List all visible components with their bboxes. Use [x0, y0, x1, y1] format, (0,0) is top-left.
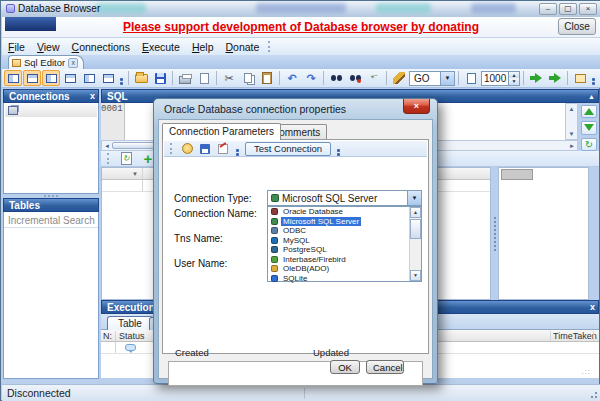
toolbar-overflow[interactable]: [335, 142, 342, 156]
print-button[interactable]: [176, 70, 194, 86]
tab-sql-editor[interactable]: Sql Editor x: [8, 55, 84, 69]
toggle-connections-panel-button[interactable]: [4, 70, 22, 86]
db-type-option[interactable]: Interbase/Firebird: [268, 255, 421, 265]
line-number: 0001: [101, 104, 123, 114]
resize-grip[interactable]: [588, 389, 598, 399]
toolbar-overflow[interactable]: [590, 71, 597, 85]
move-down-button[interactable]: [581, 121, 597, 134]
menu-bar: File View Connections Execute Help Donat…: [2, 38, 600, 55]
cut-button[interactable]: ✂: [220, 70, 238, 86]
tab-connection-parameters[interactable]: Connection Parameters: [162, 123, 281, 140]
divider: [304, 388, 305, 399]
pane-splitter[interactable]: [491, 167, 498, 300]
scroll-down-icon[interactable]: ▼: [410, 270, 421, 281]
execute-button[interactable]: [527, 70, 545, 86]
column-divider: [115, 342, 116, 353]
tab-table[interactable]: Table: [107, 316, 153, 330]
collapse-up-icon[interactable]: ▲: [588, 91, 595, 102]
layout-button-2[interactable]: [80, 70, 98, 86]
scroll-left-icon[interactable]: ◄: [102, 143, 110, 149]
go-combobox[interactable]: GO ▼: [409, 71, 455, 86]
dialog-close-button[interactable]: ×: [403, 99, 430, 114]
add-connection-icon[interactable]: [180, 142, 194, 155]
menu-item[interactable]: Execute: [136, 40, 186, 54]
toggle-log-panel-button[interactable]: [42, 70, 60, 86]
column-timetaken[interactable]: TimeTaken: [553, 331, 597, 341]
layout-button-1[interactable]: [61, 70, 79, 86]
minimize-button[interactable]: –: [539, 3, 557, 15]
db-type-option[interactable]: MySQL: [268, 236, 421, 246]
filter-arrow-icon[interactable]: ▼: [132, 171, 138, 177]
db-type-option[interactable]: PostgreSQL: [268, 245, 421, 255]
created-column[interactable]: Created: [175, 347, 209, 358]
donation-link[interactable]: Please support development of Database b…: [2, 20, 600, 34]
scroll-right-icon[interactable]: ►: [569, 143, 577, 149]
db-type-option[interactable]: Oracle Database: [268, 207, 421, 217]
row-limit-spinner[interactable]: 1000 ▲▼: [481, 71, 520, 86]
row-limit-value[interactable]: 1000: [482, 72, 508, 85]
separator: [172, 71, 173, 85]
menu-item[interactable]: View: [31, 40, 66, 54]
menu-item[interactable]: Donate: [219, 40, 265, 54]
close-icon[interactable]: x: [590, 302, 595, 313]
paste-button[interactable]: [258, 70, 276, 86]
execute-script-button[interactable]: [546, 70, 564, 86]
toolbar-overflow[interactable]: [234, 142, 241, 156]
editor-options-button[interactable]: [571, 70, 589, 86]
scroll-up-icon[interactable]: ▲: [569, 104, 575, 114]
db-type-label: Interbase/Firebird: [281, 255, 348, 264]
copy-button[interactable]: [239, 70, 257, 86]
scrollbar-thumb[interactable]: [410, 219, 421, 239]
updated-column[interactable]: Updated: [313, 347, 349, 358]
clear-button[interactable]: [390, 70, 408, 86]
column-n[interactable]: N:: [103, 331, 112, 341]
save-connection-icon[interactable]: [198, 142, 212, 155]
menu-item[interactable]: Connections: [66, 40, 136, 54]
connections-list[interactable]: [3, 103, 99, 194]
scroll-up-icon[interactable]: ▲: [410, 207, 421, 218]
close-icon[interactable]: x: [90, 91, 95, 102]
spinner-arrows[interactable]: ▲▼: [508, 72, 519, 85]
cancel-button[interactable]: Cancel: [366, 360, 404, 374]
dropdown-scrollbar[interactable]: ▲ ▼: [409, 207, 421, 281]
find-button[interactable]: [327, 70, 345, 86]
find-next-button[interactable]: [346, 70, 364, 86]
refresh-button[interactable]: ↻: [581, 138, 597, 151]
edit-connection-icon[interactable]: [216, 142, 230, 155]
connection-item[interactable]: [5, 104, 97, 117]
refresh-params-button[interactable]: ↻: [117, 151, 135, 167]
db-type-option[interactable]: Microsoft SQL Server: [268, 217, 421, 227]
menu-item[interactable]: File: [2, 40, 31, 54]
db-type-option[interactable]: ODBC: [268, 226, 421, 236]
open-file-button[interactable]: [132, 70, 150, 86]
column-status[interactable]: Status: [119, 331, 145, 341]
ok-button[interactable]: OK: [330, 360, 360, 374]
sql-vertical-scrollbar[interactable]: ▲▼: [565, 103, 578, 140]
db-type-dropdown-list[interactable]: Oracle Database Microsoft SQL Server ODB…: [267, 206, 422, 282]
layout-button-3[interactable]: [99, 70, 117, 86]
banner-close-button[interactable]: Close: [558, 18, 596, 35]
chevron-down-icon[interactable]: ▼: [440, 72, 454, 85]
scroll-down-icon[interactable]: ▼: [569, 129, 575, 139]
result-window-button[interactable]: [462, 70, 480, 86]
undo-button[interactable]: ↶: [283, 70, 301, 86]
toolbar-overflow[interactable]: [118, 71, 125, 85]
result-pane[interactable]: [498, 167, 589, 300]
toggle-tables-panel-button[interactable]: [23, 70, 41, 86]
tab-close-icon[interactable]: x: [68, 58, 78, 68]
save-file-button[interactable]: [151, 70, 169, 86]
menu-item[interactable]: Help: [186, 40, 220, 54]
test-connection-button[interactable]: Test Connection: [245, 142, 331, 156]
move-up-button[interactable]: [581, 105, 597, 118]
find-options-button[interactable]: *¨: [365, 70, 383, 86]
maximize-button[interactable]: ▢: [559, 3, 577, 15]
connection-type-combobox[interactable]: Microsoft SQL Server ▼: [267, 190, 422, 206]
db-type-option[interactable]: SQLite: [268, 274, 421, 284]
incremental-search-input[interactable]: Incremental Search: [8, 215, 95, 226]
chevron-down-icon[interactable]: ▼: [407, 191, 421, 205]
print-preview-button[interactable]: [195, 70, 213, 86]
tables-list[interactable]: Incremental Search: [3, 212, 99, 379]
close-window-button[interactable]: ×: [579, 3, 597, 15]
redo-button[interactable]: ↷: [302, 70, 320, 86]
db-type-option[interactable]: OleDB(ADO): [268, 264, 421, 274]
